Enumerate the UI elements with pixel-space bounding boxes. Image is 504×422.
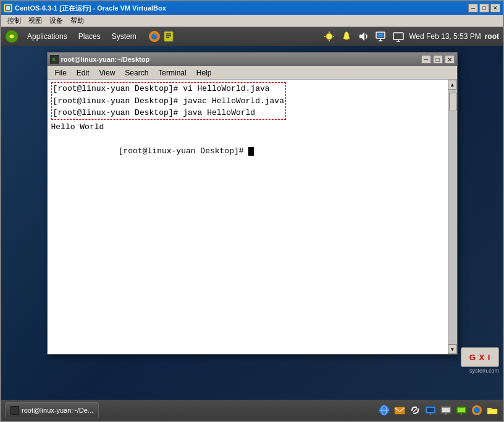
terminal-close-button[interactable]: ✕ bbox=[445, 55, 455, 64]
vbox-minimize-button[interactable]: ─ bbox=[468, 4, 478, 12]
volume-icon[interactable] bbox=[357, 30, 371, 43]
svg-rect-15 bbox=[345, 39, 348, 40]
email-icon[interactable] bbox=[393, 403, 406, 417]
terminal-titlebar: $ root@linux-yuan:~/Desktop ─ □ ✕ bbox=[48, 53, 457, 66]
virtualbox-window: CentOS-6.3-1 [正在运行] - Oracle VM VirtualB… bbox=[0, 0, 504, 422]
svg-rect-29 bbox=[395, 407, 405, 414]
sun-icon bbox=[322, 30, 336, 43]
svg-rect-20 bbox=[377, 33, 384, 37]
vbox-window-controls: ─ □ ✕ bbox=[468, 4, 500, 12]
vbox-icon bbox=[4, 4, 12, 12]
terminal-menu-help[interactable]: Help bbox=[191, 67, 217, 78]
vbox-close-button[interactable]: ✕ bbox=[490, 4, 500, 12]
monitor-icon-2[interactable] bbox=[439, 403, 453, 417]
watermark-logo-box: G X I bbox=[461, 347, 499, 367]
terminal-cursor bbox=[248, 147, 254, 156]
svg-rect-35 bbox=[442, 408, 450, 412]
system-clock: Wed Feb 13, 5:53 PM bbox=[409, 32, 481, 41]
monitor-icon-3[interactable] bbox=[455, 403, 468, 417]
monitor-icon-1[interactable] bbox=[424, 403, 437, 417]
svg-point-3 bbox=[10, 35, 14, 38]
scrollbar-thumb[interactable] bbox=[449, 93, 457, 111]
svg-rect-21 bbox=[393, 33, 403, 40]
terminal-line-3: [root@linux-yuan Desktop]# java HelloWor… bbox=[53, 107, 284, 119]
svg-rect-38 bbox=[458, 408, 465, 412]
terminal-maximize-button[interactable]: □ bbox=[433, 55, 443, 64]
gnome-menu-applications[interactable]: Applications bbox=[22, 31, 72, 42]
display-icon[interactable] bbox=[392, 30, 405, 43]
svg-line-30 bbox=[413, 408, 417, 412]
terminal-menu-view[interactable]: View bbox=[94, 67, 120, 78]
svg-point-10 bbox=[326, 33, 332, 40]
terminal-title-text: root@linux-yuan:~/Desktop bbox=[61, 56, 150, 63]
terminal-menubar: File Edit View Search Terminal Help bbox=[48, 66, 457, 80]
gnome-taskbar-right: Wed Feb 13, 5:53 PM root bbox=[322, 30, 499, 43]
terminal-title-left: $ root@linux-yuan:~/Desktop bbox=[50, 55, 150, 64]
gnome-menu-system[interactable]: System bbox=[107, 31, 141, 42]
vbox-titlebar-left: CentOS-6.3-1 [正在运行] - Oracle VM VirtualB… bbox=[4, 4, 166, 13]
svg-point-41 bbox=[474, 407, 480, 413]
gnome-bottom-taskbar: root@linux-yuan:~/De... bbox=[1, 400, 503, 421]
firefox-icon[interactable] bbox=[148, 30, 161, 43]
scrollbar-down-button[interactable]: ▼ bbox=[448, 344, 457, 354]
gnome-menu-places[interactable]: Places bbox=[74, 31, 106, 42]
vbox-titlebar: CentOS-6.3-1 [正在运行] - Oracle VM VirtualB… bbox=[1, 1, 503, 15]
gnome-logo-icon bbox=[5, 30, 19, 43]
terminal-line-2: [root@linux-yuan Desktop]# javac HelloWo… bbox=[53, 95, 284, 108]
browser-icon[interactable] bbox=[470, 403, 484, 417]
terminal-line-1: [root@linux-yuan Desktop]# vi HelloWorld… bbox=[53, 83, 284, 95]
terminal-line-5: [root@linux-yuan Desktop]# bbox=[51, 133, 444, 169]
svg-rect-32 bbox=[427, 408, 434, 412]
notepad-icon[interactable] bbox=[162, 30, 176, 43]
vbox-maximize-button[interactable]: □ bbox=[479, 4, 489, 12]
watermark-brand: G X I bbox=[469, 353, 491, 362]
globe-icon[interactable] bbox=[377, 403, 391, 417]
terminal-minimize-button[interactable]: ─ bbox=[421, 55, 431, 64]
svg-rect-1 bbox=[6, 6, 10, 10]
svg-marker-16 bbox=[359, 32, 364, 41]
terminal-title-icon: $ bbox=[50, 55, 59, 64]
terminal-scrollbar[interactable]: ▲ ▼ bbox=[448, 80, 457, 354]
watermark-site: system.com bbox=[469, 368, 499, 374]
vbox-menubar: 控制 视图 设备 帮助 bbox=[1, 15, 503, 27]
terminal-menu-edit[interactable]: Edit bbox=[72, 67, 94, 78]
vbox-menu-device[interactable]: 设备 bbox=[46, 15, 67, 27]
terminal-window-controls: ─ □ ✕ bbox=[421, 55, 455, 64]
terminal-line-4: Hello World bbox=[51, 121, 444, 133]
desktop-area: $ root@linux-yuan:~/Desktop ─ □ ✕ File E… bbox=[1, 46, 503, 400]
terminal-text-area[interactable]: [root@linux-yuan Desktop]# vi HelloWorld… bbox=[48, 80, 448, 354]
watermark: G X I system.com bbox=[461, 347, 499, 374]
gnome-top-taskbar: Applications Places System bbox=[1, 27, 503, 46]
terminal-content: [root@linux-yuan Desktop]# vi HelloWorld… bbox=[48, 80, 457, 354]
svg-rect-42 bbox=[487, 409, 497, 414]
notification-icon[interactable] bbox=[340, 30, 353, 43]
system-tray bbox=[377, 403, 499, 417]
scrollbar-track[interactable] bbox=[448, 90, 457, 344]
vbox-menu-view[interactable]: 视图 bbox=[25, 15, 46, 27]
terminal-menu-search[interactable]: Search bbox=[120, 67, 153, 78]
terminal-menu-file[interactable]: File bbox=[50, 67, 72, 78]
network-monitor-icon[interactable] bbox=[374, 30, 388, 43]
terminal-window: $ root@linux-yuan:~/Desktop ─ □ ✕ File E… bbox=[47, 52, 458, 355]
taskbar-terminal-item[interactable]: root@linux-yuan:~/De... bbox=[5, 402, 99, 418]
gnome-taskbar-left: Applications Places System bbox=[5, 30, 176, 43]
vbox-title: CentOS-6.3-1 [正在运行] - Oracle VM VirtualB… bbox=[15, 4, 166, 13]
vbox-menu-control[interactable]: 控制 bbox=[4, 15, 25, 27]
vbox-menu-help[interactable]: 帮助 bbox=[67, 15, 88, 27]
taskbar-terminal-icon bbox=[10, 406, 19, 415]
terminal-menu-terminal[interactable]: Terminal bbox=[153, 67, 191, 78]
link-icon[interactable] bbox=[408, 403, 422, 417]
folder-icon[interactable] bbox=[485, 403, 499, 417]
current-user: root bbox=[485, 32, 499, 41]
svg-text:$: $ bbox=[52, 57, 55, 62]
taskbar-terminal-label: root@linux-yuan:~/De... bbox=[22, 407, 93, 414]
scrollbar-up-button[interactable]: ▲ bbox=[448, 80, 457, 90]
